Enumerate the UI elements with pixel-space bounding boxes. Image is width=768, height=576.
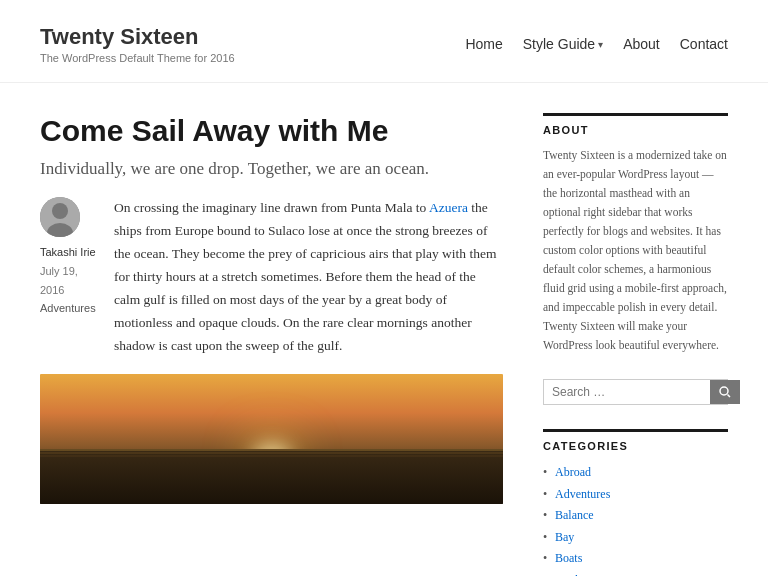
categories-list: Abroad Adventures Balance Bay Boats Book…	[543, 462, 728, 576]
category-link-adventures[interactable]: Adventures	[555, 487, 610, 501]
widget-categories: CATEGORIES Abroad Adventures Balance Bay…	[543, 429, 728, 576]
chevron-down-icon: ▾	[598, 39, 603, 50]
post-link-azuera[interactable]: Azuera	[429, 200, 468, 215]
post-text: On crossing the imaginary line drawn fro…	[114, 197, 503, 358]
svg-point-3	[720, 387, 728, 395]
search-input[interactable]	[544, 380, 710, 404]
post-subtitle: Individually, we are one drop. Together,…	[40, 159, 503, 179]
list-item: Boats	[543, 548, 728, 570]
list-item: Bay	[543, 527, 728, 549]
category-link-bay[interactable]: Bay	[555, 530, 574, 544]
post-image	[40, 374, 503, 504]
nav-item-contact[interactable]: Contact	[680, 36, 728, 52]
sidebar: ABOUT Twenty Sixteen is a modernized tak…	[543, 113, 728, 576]
post-meta-left: Takashi Irie July 19, 2016 Adventures	[40, 197, 100, 358]
search-button[interactable]	[710, 380, 740, 404]
author-avatar	[40, 197, 80, 237]
water-element	[40, 449, 503, 504]
site-branding: Twenty Sixteen The WordPress Default The…	[40, 24, 235, 64]
categories-widget-title: CATEGORIES	[543, 429, 728, 452]
svg-line-4	[728, 395, 731, 398]
site-description: The WordPress Default Theme for 2016	[40, 52, 235, 64]
author-name[interactable]: Takashi Irie	[40, 243, 100, 262]
post-category[interactable]: Adventures	[40, 299, 100, 318]
search-form	[543, 379, 728, 405]
site-header: Twenty Sixteen The WordPress Default The…	[0, 0, 768, 83]
widget-about: ABOUT Twenty Sixteen is a modernized tak…	[543, 113, 728, 355]
category-link-boats[interactable]: Boats	[555, 551, 582, 565]
site-title[interactable]: Twenty Sixteen	[40, 24, 235, 50]
nav-item-style-guide[interactable]: Style Guide ▾	[523, 36, 603, 52]
post-date: July 19, 2016	[40, 262, 100, 299]
main-navigation: Home Style Guide ▾ About Contact	[465, 36, 728, 52]
category-link-abroad[interactable]: Abroad	[555, 465, 591, 479]
svg-point-1	[52, 203, 68, 219]
list-item: Balance	[543, 505, 728, 527]
category-link-balance[interactable]: Balance	[555, 508, 594, 522]
list-item: Abroad	[543, 462, 728, 484]
about-widget-title: ABOUT	[543, 113, 728, 136]
main-content: Come Sail Away with Me Individually, we …	[40, 113, 503, 576]
nav-item-home[interactable]: Home	[465, 36, 502, 52]
widget-search	[543, 379, 728, 405]
site-content: Come Sail Away with Me Individually, we …	[0, 83, 768, 576]
search-icon	[719, 386, 731, 398]
browser-frame: Twenty Sixteen The WordPress Default The…	[0, 0, 768, 576]
nav-item-about[interactable]: About	[623, 36, 660, 52]
post-title: Come Sail Away with Me	[40, 113, 503, 149]
about-widget-text: Twenty Sixteen is a modernized take on a…	[543, 146, 728, 355]
list-item: Adventures	[543, 484, 728, 506]
list-item: Books	[543, 570, 728, 576]
post-article: Come Sail Away with Me Individually, we …	[40, 113, 503, 504]
post-body: Takashi Irie July 19, 2016 Adventures On…	[40, 197, 503, 358]
